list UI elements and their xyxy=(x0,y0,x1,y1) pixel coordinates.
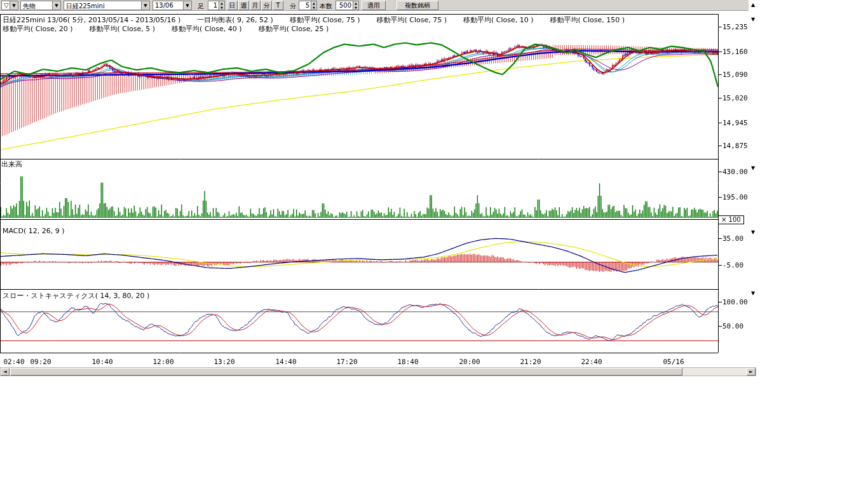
volume-pane-title: 出来高 xyxy=(1,159,22,169)
indicator-label: 移動平均( Close, 10 ) xyxy=(463,15,534,25)
indicator-label: 日経225mini 13/06( 5分, 2013/05/14 - 2013/0… xyxy=(3,15,180,25)
time-axis-label: 17:20 xyxy=(336,358,357,366)
indicator-label: 移動平均( Close, 150 ) xyxy=(550,15,625,25)
scroll-left-icon: ◄ xyxy=(3,369,6,374)
scroll-down-icon: ▼ xyxy=(751,165,755,171)
scrollbar-thumb[interactable] xyxy=(10,368,682,376)
time-axis-label: 13:20 xyxy=(214,358,234,366)
time-axis-label: 02:40 xyxy=(3,358,24,366)
price-axis-label: 14,945 xyxy=(722,119,748,127)
time-axis-label: 22:40 xyxy=(581,358,602,366)
price-axis-label: 15,160 xyxy=(722,48,748,56)
volume-pane-menu-button[interactable]: ▼ xyxy=(749,165,757,172)
scroll-right-button[interactable]: ► xyxy=(747,368,756,376)
horizontal-scrollbar[interactable]: ◄ ► xyxy=(0,367,756,376)
time-axis-label: 05/16 xyxy=(663,358,684,366)
indicator-header-line2: 移動平均( Close, 20 )移動平均( Close, 5 )移動平均( C… xyxy=(3,24,329,34)
time-axis-label: 20:00 xyxy=(459,358,480,366)
volume-unit-badge: × 100 xyxy=(718,215,744,224)
macd-pane-title: MACD( 12, 26, 9 ) xyxy=(3,227,65,235)
price-axis-label: 15,090 xyxy=(722,71,748,79)
scroll-up-icon: ▲ xyxy=(751,2,755,8)
scroll-down-icon: ▼ xyxy=(751,229,755,235)
chart-canvas[interactable] xyxy=(0,0,756,376)
scroll-down-icon: ▼ xyxy=(751,290,755,296)
time-axis-label: 09:20 xyxy=(30,358,51,366)
trading-chart-window: ▽ ▼ 先物 ▼ 日経225mini ▼ 13/06 ▼ 足 1 ▲▼ 日 週 … xyxy=(0,0,868,488)
scroll-left-button[interactable]: ◄ xyxy=(1,368,10,376)
indicator-label: 移動平均( Close, 40 ) xyxy=(172,24,242,34)
stoch-axis-label: 50.00 xyxy=(722,322,743,330)
indicator-label: 移動平均( Close, 20 ) xyxy=(3,24,73,34)
time-axis-label: 10:40 xyxy=(92,358,112,366)
chart-scroll-up-button[interactable]: ▲ xyxy=(749,1,757,8)
time-axis-label: 12:00 xyxy=(153,358,173,366)
price-axis-label: 15,020 xyxy=(722,94,748,102)
volume-axis-label: 430.00 xyxy=(722,168,748,176)
macd-pane-menu-button[interactable]: ▼ xyxy=(749,229,757,236)
macd-axis-label: -5.00 xyxy=(722,261,743,269)
time-axis-label: 14:40 xyxy=(275,358,296,366)
indicator-label: 移動平均( Close, 75 ) xyxy=(376,15,447,25)
price-pane-menu-button[interactable]: ▼ xyxy=(749,16,757,23)
scroll-right-icon: ► xyxy=(749,369,752,374)
indicator-label: 移動平均( Close, 25 ) xyxy=(259,24,329,34)
stoch-axis-label: 100.00 xyxy=(722,298,748,306)
scroll-down-icon: ▼ xyxy=(751,17,755,22)
indicator-label: 移動平均( Close, 75 ) xyxy=(290,15,360,25)
volume-axis-label: 195.00 xyxy=(722,193,748,201)
macd-axis-label: 35.00 xyxy=(722,234,743,243)
price-axis-label: 14,875 xyxy=(722,142,748,150)
indicator-label: 移動平均( Close, 5 ) xyxy=(90,24,156,34)
price-axis-label: 15,235 xyxy=(722,23,748,31)
time-axis-label: 18:40 xyxy=(397,358,418,366)
indicator-label: 一目均衡表( 9, 26, 52 ) xyxy=(197,15,273,25)
stoch-pane-menu-button[interactable]: ▼ xyxy=(749,290,757,297)
indicator-header-line1: 日経225mini 13/06( 5分, 2013/05/14 - 2013/0… xyxy=(3,15,625,25)
stoch-pane-title: スロー・ストキャスティクス( 14, 3, 80, 20 ) xyxy=(3,291,149,301)
time-axis-label: 21:20 xyxy=(520,358,541,366)
